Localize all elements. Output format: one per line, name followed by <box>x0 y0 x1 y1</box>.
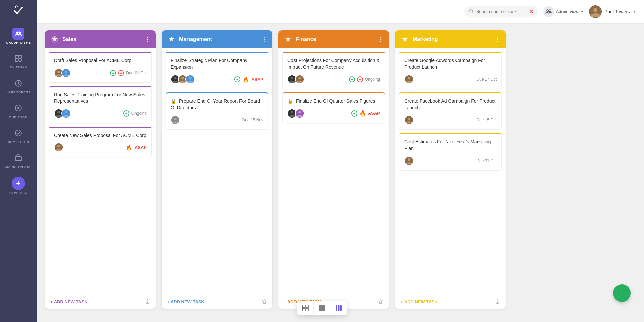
sidebar-item-due-soon[interactable]: DUE SOON <box>0 98 37 123</box>
user-dropdown-arrow: ▼ <box>633 10 636 13</box>
task-card-f2[interactable]: 🔒 Finalize End Of Quarter Sales Figures <box>282 92 385 123</box>
svg-point-22 <box>57 111 60 113</box>
svg-point-13 <box>549 10 551 12</box>
task-s2-ongoing: Ongoing <box>131 111 147 116</box>
svg-point-1 <box>19 32 21 34</box>
management-add-task-button[interactable]: + ADD NEW TASK <box>167 299 204 304</box>
task-m1-footer: ● 🔥 ASAP <box>171 75 263 84</box>
finance-column-icon <box>284 35 292 44</box>
task-f1-title: Cost Projections For Company Acquisition… <box>287 57 380 71</box>
finance-column-menu[interactable]: ⋮ <box>378 36 384 43</box>
sales-column-footer: + ADD NEW TASK 🗑 <box>45 294 156 309</box>
grid-view-button[interactable] <box>297 301 314 315</box>
marketing-add-task-button[interactable]: + ADD NEW TASK <box>400 299 438 304</box>
my-tasks-label: MY TASKS <box>10 66 27 69</box>
task-card-f1[interactable]: Cost Projections For Company Acquisition… <box>282 52 385 89</box>
search-clear-icon[interactable]: ✕ <box>529 8 533 15</box>
user-avatar <box>589 5 602 18</box>
task-mk2-title: Create Facebook Ad Campaign For Product … <box>404 98 497 111</box>
column-view-button[interactable] <box>330 301 347 315</box>
search-box[interactable]: ✕ <box>464 6 538 17</box>
task-mk1-title: Create Google Adwords Campaign For Produ… <box>404 57 497 71</box>
sidebar-item-marketplace[interactable]: MARKETPLACE <box>0 148 37 173</box>
svg-rect-49 <box>302 305 305 308</box>
avatar-m1-3 <box>185 75 195 84</box>
svg-point-34 <box>174 118 177 120</box>
list-view-button[interactable] <box>314 301 330 315</box>
task-mk1-footer: Due 17 Oct <box>404 75 497 84</box>
svg-point-48 <box>408 158 410 161</box>
new-task-button[interactable]: + NEW TASK <box>0 173 37 199</box>
svg-rect-53 <box>319 305 325 307</box>
svg-point-30 <box>181 77 184 80</box>
marketing-column-menu[interactable]: ⋮ <box>494 36 500 43</box>
status-green-m1: ● <box>234 76 240 82</box>
finance-column-title: Finance <box>296 36 374 42</box>
task-mk1-meta: Due 17 Oct <box>476 77 497 82</box>
sales-column-title: Sales <box>62 36 141 42</box>
task-card-mk3[interactable]: Cost Estimates For Next Year's Marketing… <box>399 133 502 170</box>
search-input[interactable] <box>476 9 526 14</box>
task-mk1-due: Due 17 Oct <box>476 77 497 82</box>
status-green-s1: ● <box>110 70 116 76</box>
task-m2-due: Due 15 Nov <box>242 118 263 122</box>
management-trash-icon[interactable]: 🗑 <box>262 298 267 305</box>
bottom-toolbar <box>297 301 347 315</box>
task-f1-footer: ● ● Ongoing <box>287 75 380 84</box>
admin-icon <box>543 6 554 17</box>
task-card-s1[interactable]: Draft Sales Proposal For ACME Corp <box>49 52 152 83</box>
task-card-s2[interactable]: Run Sales Training Program For New Sales… <box>49 86 152 123</box>
svg-rect-56 <box>336 305 337 311</box>
task-card-m2[interactable]: 🔒 Prepare End Of Year Report For Board O… <box>166 92 268 130</box>
task-f1-ongoing: Ongoing <box>365 77 380 82</box>
svg-point-12 <box>547 10 549 12</box>
svg-rect-2 <box>15 55 18 58</box>
task-s2-meta: ● Ongoing <box>123 110 147 117</box>
task-f2-avatars <box>287 109 302 118</box>
svg-rect-4 <box>15 59 18 61</box>
task-mk1-avatars <box>404 75 412 84</box>
task-card-m1[interactable]: Finalize Strategic Plan For Company Expa… <box>166 52 268 89</box>
finance-column-body: Cost Projections For Company Acquisition… <box>278 48 389 294</box>
sidebar-item-group-tasks[interactable]: GROUP TASKS <box>0 24 37 48</box>
search-icon <box>469 9 474 14</box>
task-s3-avatars <box>54 143 61 152</box>
app-logo <box>0 0 37 24</box>
marketing-trash-icon[interactable]: 🗑 <box>495 298 500 305</box>
user-profile[interactable]: Paul Towers ▼ <box>589 5 636 18</box>
sales-column-menu[interactable]: ⋮ <box>144 36 150 43</box>
finance-trash-icon[interactable]: 🗑 <box>378 298 384 305</box>
due-soon-icon <box>12 102 24 114</box>
fab-add-button[interactable]: + <box>613 284 631 302</box>
marketing-column-icon <box>400 35 409 44</box>
status-green-f1: ● <box>349 76 355 82</box>
column-marketing: Marketing ⋮ Create Google Adwords Campai… <box>395 30 506 309</box>
avatar-s3-1 <box>54 143 63 152</box>
task-card-s3[interactable]: Create New Sales Proposal For ACME Corp … <box>49 127 152 157</box>
marketplace-label: MARKETPLACE <box>5 165 32 169</box>
svg-point-28 <box>174 77 177 80</box>
column-header-management: Management ⋮ <box>162 30 272 48</box>
column-header-sales: Sales ⋮ <box>45 30 156 48</box>
avatar-mk2-1 <box>404 115 414 125</box>
svg-point-15 <box>593 8 597 12</box>
sidebar-item-in-progress[interactable]: IN PROGRESS <box>0 73 37 98</box>
task-card-mk2[interactable]: Create Facebook Ad Campaign For Product … <box>399 92 502 130</box>
sidebar-item-my-tasks[interactable]: MY TASKS <box>0 48 37 73</box>
svg-point-44 <box>408 77 410 80</box>
marketing-column-footer: + ADD NEW TASK 🗑 <box>395 294 506 309</box>
management-column-menu[interactable]: ⋮ <box>261 36 267 43</box>
task-s2-footer: ● Ongoing <box>54 109 147 118</box>
svg-rect-58 <box>340 305 342 311</box>
status-red-f1: ● <box>357 76 363 82</box>
task-f2-meta: ● 🔥 ASAP <box>351 110 380 117</box>
column-header-finance: Finance ⋮ <box>278 30 389 48</box>
sales-add-task-button[interactable]: + ADD NEW TASK <box>50 299 88 304</box>
sidebar-item-completed[interactable]: COMPLETED <box>0 123 37 148</box>
admin-view-selector[interactable]: Admin view ▼ <box>543 6 584 17</box>
svg-point-36 <box>291 77 293 80</box>
sales-trash-icon[interactable]: 🗑 <box>145 298 150 305</box>
task-card-mk1[interactable]: Create Google Adwords Campaign For Produ… <box>399 52 502 89</box>
avatar-s1-2 <box>61 68 71 78</box>
admin-view-label: Admin view <box>556 9 578 14</box>
